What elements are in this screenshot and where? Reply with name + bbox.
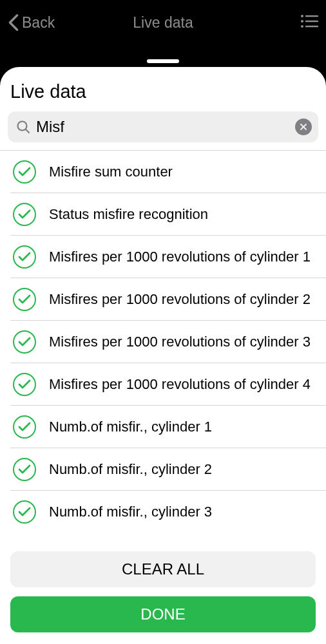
sheet-handle[interactable] [147,59,179,63]
checkmark-circle-icon [13,160,36,184]
list-item[interactable]: Misfires per 1000 revolutions of cylinde… [0,278,326,320]
search-input[interactable] [36,118,290,136]
list-item[interactable]: Misfire sum counter [0,151,326,193]
checkmark-circle-icon [13,415,36,439]
clear-search-button[interactable] [295,118,312,135]
checkmark-circle-icon [13,458,36,481]
checkmark-circle-icon [13,373,36,396]
list-item-label: Misfires per 1000 revolutions of cylinde… [49,290,311,308]
clear-all-button[interactable]: CLEAR ALL [10,551,316,587]
svg-point-2 [301,20,303,23]
list-item[interactable]: Misfires per 1000 revolutions of cylinde… [0,321,326,363]
svg-point-4 [301,25,303,28]
checkmark-circle-icon [13,245,36,269]
nav-bar: Back Live data [0,0,326,45]
list-item-label: Misfires per 1000 revolutions of cylinde… [49,248,311,266]
list-icon [300,14,318,28]
bottom-buttons: CLEAR ALL DONE [0,545,326,644]
list-item-label: Numb.of misfir., cylinder 2 [49,460,212,478]
back-button[interactable]: Back [8,14,55,32]
checkmark-circle-icon [13,203,36,226]
search-field[interactable] [8,111,318,142]
nav-title: Live data [133,14,193,32]
sheet-header: Live data [0,67,326,111]
checkmark-circle-icon [13,500,36,524]
list-item-label: Numb.of misfir., cylinder 3 [49,503,212,521]
bottom-sheet: Live data Misfire sum counterStatus misf… [0,67,326,644]
search-icon [15,119,31,135]
checkmark-circle-icon [13,330,36,354]
list-item-label: Status misfire recognition [49,205,208,223]
list-item[interactable]: Misfires per 1000 revolutions of cylinde… [0,236,326,278]
list-item-label: Misfires per 1000 revolutions of cylinde… [49,333,311,351]
list-item-label: Misfire sum counter [49,163,173,181]
list-item[interactable]: Numb.of misfir., cylinder 3 [0,491,326,533]
list-item[interactable]: Numb.of misfir., cylinder 1 [0,406,326,448]
results-list: Misfire sum counterStatus misfire recogn… [0,151,326,545]
search-wrapper [0,111,326,150]
list-item-label: Misfires per 1000 revolutions of cylinde… [49,375,311,393]
chevron-left-icon [8,14,19,32]
close-icon [300,123,307,131]
svg-point-0 [301,15,303,17]
list-item[interactable]: Status misfire recognition [0,193,326,235]
svg-line-7 [26,129,29,133]
list-item[interactable]: Misfires per 1000 revolutions of cylinde… [0,363,326,405]
back-label: Back [22,14,55,32]
list-menu-button[interactable] [300,14,318,31]
sheet-title: Live data [10,81,316,102]
list-item[interactable]: Numb.of misfir., cylinder 2 [0,448,326,490]
list-item-label: Numb.of misfir., cylinder 1 [49,418,212,436]
checkmark-circle-icon [13,288,36,311]
done-button[interactable]: DONE [10,596,316,632]
